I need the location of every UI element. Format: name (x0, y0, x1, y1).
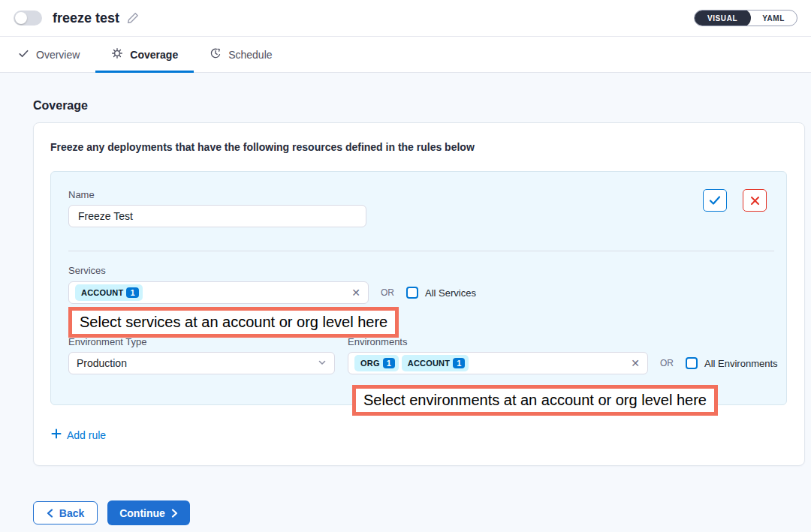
section-title: Coverage (33, 99, 778, 113)
page-title: freeze test (53, 11, 119, 26)
toggle-knob (15, 12, 27, 24)
chip-label: ORG (360, 359, 380, 368)
continue-button[interactable]: Continue (107, 500, 190, 525)
chip-count-badge: 1 (453, 358, 465, 368)
back-button[interactable]: Back (33, 501, 98, 524)
clear-services-icon[interactable]: ✕ (351, 287, 360, 298)
services-multiselect[interactable]: ACCOUNT 1 ✕ (68, 281, 369, 304)
tab-label: Coverage (130, 49, 178, 61)
services-annotation-callout: Select services at an account or org lev… (68, 307, 399, 338)
services-label: Services (68, 265, 106, 276)
add-rule-button[interactable]: Add rule (51, 428, 106, 441)
wizard-footer: Back Continue (33, 500, 778, 525)
rule-actions (703, 189, 767, 212)
chip-label: ACCOUNT (81, 288, 123, 297)
env-type-value: Production (77, 357, 127, 369)
tab-overview[interactable]: Overview (18, 37, 95, 72)
continue-label: Continue (119, 507, 165, 519)
view-mode-toggle: VISUAL YAML (694, 10, 797, 26)
name-label: Name (68, 189, 95, 200)
tab-coverage[interactable]: Coverage (95, 37, 194, 72)
env-type-label: Environment Type (68, 336, 335, 347)
freeze-enable-toggle[interactable] (14, 11, 42, 26)
all-services-checkbox[interactable] (406, 287, 418, 299)
clear-environments-icon[interactable]: ✕ (631, 358, 640, 368)
header: freeze test VISUAL YAML (0, 0, 811, 37)
freeze-rule-card: Name Services ACCOUNT 1 ✕ (50, 171, 787, 405)
card-heading: Freeze any deployments that have the fol… (50, 141, 788, 153)
all-services-label: All Services (425, 287, 476, 299)
services-row: ACCOUNT 1 ✕ OR All Services (68, 281, 476, 304)
environments-multiselect[interactable]: ORG 1 ACCOUNT 1 ✕ (348, 352, 648, 374)
chip-count-badge: 1 (126, 287, 138, 298)
add-rule-label: Add rule (67, 429, 106, 441)
yaml-tab[interactable]: YAML (750, 10, 797, 26)
tabbar: Overview Coverage Schedule (0, 37, 811, 73)
chip-label: ACCOUNT (408, 359, 450, 368)
env-type-select[interactable]: Production (68, 352, 335, 374)
schedule-clock-icon (210, 47, 222, 62)
coverage-card: Freeze any deployments that have the fol… (33, 122, 805, 466)
services-chip-account[interactable]: ACCOUNT 1 (75, 284, 143, 301)
plus-icon (51, 428, 62, 441)
environment-section: Environment Type Production Environments… (68, 336, 778, 374)
tab-label: Overview (36, 49, 80, 61)
visual-tab[interactable]: VISUAL (694, 10, 751, 26)
divider (68, 251, 774, 251)
environments-annotation-callout: Select environments at an account or org… (352, 385, 718, 416)
all-environments-label: All Environments (704, 358, 778, 369)
confirm-rule-button[interactable] (703, 189, 727, 212)
tab-label: Schedule (228, 49, 272, 61)
environments-label: Environments (348, 336, 778, 347)
chevron-down-icon (318, 357, 327, 369)
chip-count-badge: 1 (383, 358, 395, 368)
content-area: Coverage Freeze any deployments that hav… (0, 73, 811, 532)
or-label: OR (660, 358, 674, 368)
gear-icon (111, 47, 123, 62)
environments-chip-account[interactable]: ACCOUNT 1 (402, 355, 469, 371)
environments-chip-org[interactable]: ORG 1 (354, 355, 399, 371)
or-label: OR (381, 287, 394, 298)
delete-rule-button[interactable] (743, 189, 767, 212)
edit-title-icon[interactable] (127, 12, 139, 24)
name-input[interactable] (68, 205, 366, 227)
all-environments-checkbox[interactable] (686, 357, 698, 369)
check-icon (18, 48, 29, 62)
tab-schedule[interactable]: Schedule (194, 37, 288, 72)
back-label: Back (59, 507, 84, 519)
